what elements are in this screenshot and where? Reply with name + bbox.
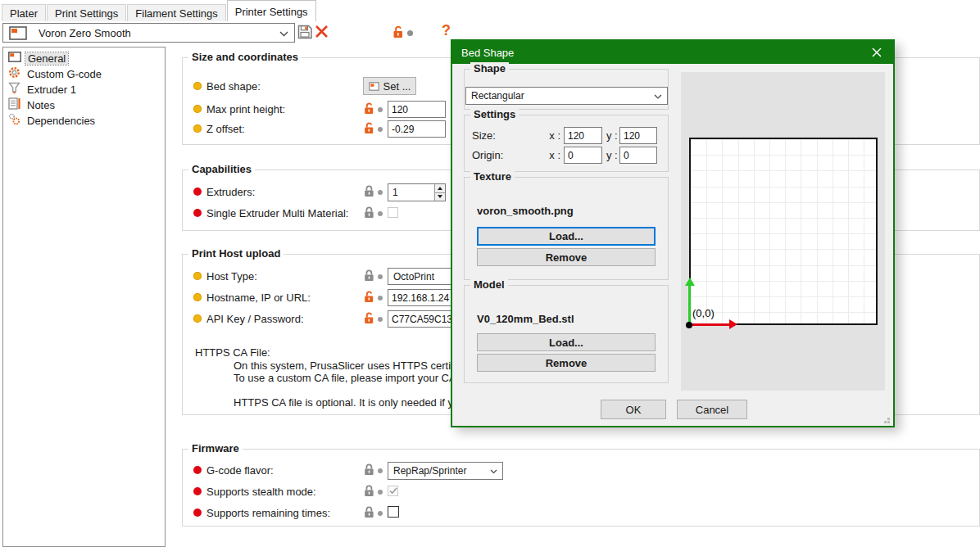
https-ca-note: HTTPS CA file is optional. It is only ne…	[234, 396, 474, 409]
sidebar-item-general[interactable]: General	[8, 51, 68, 66]
preset-compare-dot-icon[interactable]	[407, 30, 413, 36]
revert-dot-icon[interactable]	[378, 296, 383, 301]
revert-dot-icon[interactable]	[378, 317, 383, 322]
lock-icon[interactable]	[364, 506, 374, 521]
tab-printer-settings[interactable]: Printer Settings	[227, 0, 316, 21]
bed-shape-dialog: Bed Shape Shape Rectangular Settings Siz…	[451, 39, 895, 427]
model-load-button[interactable]: Load...	[477, 333, 656, 351]
semm-row: Single Extruder Multi Material:	[188, 205, 442, 221]
printer-icon	[8, 52, 21, 65]
sidebar-item-label: General	[25, 52, 68, 65]
lock-icon[interactable]	[364, 463, 374, 478]
dependencies-icon	[8, 113, 20, 128]
api-key-label: API Key / Password:	[206, 313, 304, 325]
unlock-icon[interactable]	[392, 25, 405, 41]
stealth-mode-checkbox[interactable]	[388, 486, 398, 496]
revert-dot-icon[interactable]	[378, 127, 383, 132]
remaining-times-checkbox[interactable]	[388, 506, 399, 518]
sidebar-item-label: Custom G-code	[25, 68, 104, 80]
sidebar-item-extruder-1[interactable]: Extruder 1	[8, 82, 79, 97]
save-preset-icon[interactable]	[297, 25, 312, 42]
bed-shape-set-button[interactable]: Set ...	[363, 77, 416, 95]
https-ca-title: HTTPS CA File:	[195, 346, 270, 359]
group-title: Shape	[470, 62, 509, 75]
origin-y-input[interactable]	[619, 147, 657, 164]
size-y-input[interactable]	[619, 127, 657, 144]
simple-mode-bullet-icon	[193, 105, 202, 113]
group-title: Texture	[470, 170, 515, 183]
printer-preset-combobox[interactable]: Voron Zero Smooth	[2, 23, 295, 43]
texture-remove-button[interactable]: Remove	[477, 248, 656, 266]
gcode-flavor-select[interactable]: RepRap/Sprinter	[388, 462, 503, 480]
sidebar-item-dependencies[interactable]: Dependencies	[8, 113, 98, 128]
revert-dot-icon[interactable]	[378, 211, 383, 216]
x-axis-arrowhead-icon	[729, 319, 737, 329]
lock-icon[interactable]	[364, 485, 374, 500]
chevron-down-icon	[490, 465, 497, 477]
tab-filament-settings[interactable]: Filament Settings	[127, 4, 225, 21]
unlock-icon[interactable]	[364, 312, 375, 327]
lock-icon[interactable]	[364, 269, 374, 284]
unlock-icon[interactable]	[364, 122, 375, 137]
help-icon[interactable]: ?	[442, 22, 451, 39]
printer-preset-icon	[9, 26, 27, 40]
origin-x-input[interactable]	[564, 147, 602, 164]
ok-button[interactable]: OK	[601, 400, 666, 419]
origin-x-label: x :	[538, 149, 560, 161]
group-title: Size and coordinates	[188, 51, 302, 63]
cancel-button[interactable]: Cancel	[677, 400, 747, 419]
set-button-label: Set ...	[383, 80, 411, 93]
spin-down-icon[interactable]	[435, 193, 445, 201]
simple-mode-bullet-icon	[193, 124, 202, 133]
z-offset-input[interactable]	[388, 120, 446, 138]
size-label: Size:	[472, 129, 496, 142]
host-type-label: Host Type:	[206, 270, 257, 283]
z-offset-label: Z offset:	[206, 123, 245, 135]
semm-checkbox[interactable]	[388, 207, 398, 218]
sidebar-item-custom-gcode[interactable]: Custom G-code	[8, 66, 104, 81]
shape-value: Rectangular	[471, 90, 524, 102]
x-axis-arrow	[690, 323, 729, 326]
group-title: Model	[470, 278, 508, 291]
size-x-input[interactable]	[564, 127, 602, 144]
expert-mode-bullet-icon	[193, 509, 202, 517]
dialog-titlebar[interactable]: Bed Shape	[452, 41, 893, 64]
hostname-label: Hostname, IP or URL:	[206, 292, 311, 304]
y-axis-arrowhead-icon	[685, 278, 695, 286]
revert-dot-icon[interactable]	[378, 468, 383, 473]
unlock-icon[interactable]	[364, 102, 375, 117]
gcode-flavor-value: RepRap/Sprinter	[393, 465, 466, 477]
shape-select[interactable]: Rectangular	[465, 87, 668, 105]
spin-up-icon[interactable]	[435, 184, 445, 193]
revert-dot-icon[interactable]	[378, 190, 383, 195]
size-y-label: y :	[606, 129, 618, 142]
model-remove-button[interactable]: Remove	[477, 354, 656, 372]
chevron-down-icon	[654, 90, 662, 102]
sidebar-item-notes[interactable]: Notes	[8, 97, 57, 112]
unlock-icon[interactable]	[364, 291, 375, 305]
remaining-times-row: Supports remaining times:	[188, 504, 442, 521]
host-type-value: OctoPrint	[393, 271, 434, 283]
group-title: Settings	[470, 108, 519, 120]
extruders-spinner[interactable]: 1	[388, 183, 446, 201]
lock-icon[interactable]	[364, 206, 374, 221]
revert-dot-icon[interactable]	[378, 107, 383, 112]
close-icon[interactable]	[860, 41, 893, 64]
delete-preset-icon[interactable]	[315, 25, 329, 41]
max-print-height-input[interactable]	[388, 101, 446, 118]
lock-icon[interactable]	[364, 185, 374, 200]
revert-dot-icon[interactable]	[378, 490, 383, 495]
texture-load-button[interactable]: Load...	[477, 227, 656, 246]
revert-dot-icon[interactable]	[378, 274, 383, 279]
stealth-mode-row: Supports stealth mode:	[188, 483, 442, 500]
printer-preset-name: Voron Zero Smooth	[39, 27, 131, 39]
tab-plater[interactable]: Plater	[2, 4, 46, 21]
settings-category-list: General Custom G-code Extruder 1 Notes D…	[2, 47, 166, 547]
simple-mode-bullet-icon	[193, 82, 202, 90]
tab-print-settings[interactable]: Print Settings	[47, 4, 126, 21]
button-label: Load...	[549, 230, 583, 242]
extruders-label: Extruders:	[206, 186, 255, 198]
resize-grip[interactable]	[882, 415, 890, 423]
semm-label: Single Extruder Multi Material:	[206, 207, 348, 219]
revert-dot-icon[interactable]	[378, 511, 383, 516]
